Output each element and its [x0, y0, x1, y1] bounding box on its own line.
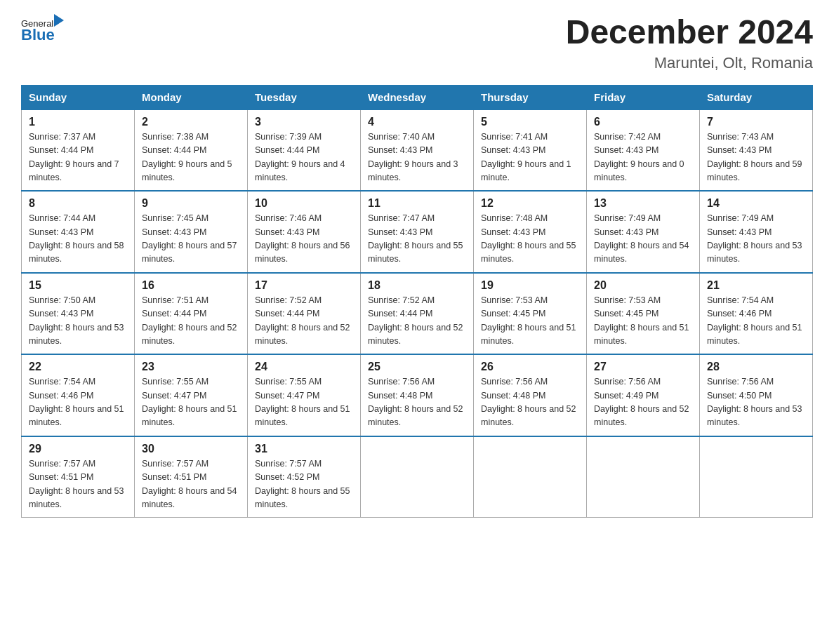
calendar-week-3: 15 Sunrise: 7:50 AMSunset: 4:43 PMDaylig…: [22, 273, 813, 355]
day-info: Sunrise: 7:48 AMSunset: 4:43 PMDaylight:…: [481, 213, 576, 264]
table-row: [587, 436, 700, 518]
day-info: Sunrise: 7:51 AMSunset: 4:44 PMDaylight:…: [142, 295, 237, 346]
table-row: 24 Sunrise: 7:55 AMSunset: 4:47 PMDaylig…: [248, 354, 361, 436]
day-info: Sunrise: 7:39 AMSunset: 4:44 PMDaylight:…: [255, 132, 345, 182]
day-number: 28: [707, 361, 805, 373]
day-info: Sunrise: 7:56 AMSunset: 4:49 PMDaylight:…: [594, 377, 689, 427]
day-info: Sunrise: 7:55 AMSunset: 4:47 PMDaylight:…: [255, 377, 350, 427]
day-number: 30: [142, 443, 240, 455]
day-number: 15: [29, 279, 127, 292]
table-row: 2 Sunrise: 7:38 AMSunset: 4:44 PMDayligh…: [135, 109, 248, 192]
table-row: 16 Sunrise: 7:51 AMSunset: 4:44 PMDaylig…: [135, 273, 248, 355]
day-info: Sunrise: 7:55 AMSunset: 4:47 PMDaylight:…: [142, 377, 237, 427]
day-info: Sunrise: 7:56 AMSunset: 4:48 PMDaylight:…: [368, 377, 463, 427]
col-tuesday: Tuesday: [248, 85, 361, 109]
day-info: Sunrise: 7:50 AMSunset: 4:43 PMDaylight:…: [29, 295, 124, 346]
table-row: 13 Sunrise: 7:49 AMSunset: 4:43 PMDaylig…: [587, 191, 700, 273]
day-number: 16: [142, 279, 240, 292]
day-info: Sunrise: 7:49 AMSunset: 4:43 PMDaylight:…: [707, 213, 802, 264]
table-row: 12 Sunrise: 7:48 AMSunset: 4:43 PMDaylig…: [474, 191, 587, 273]
table-row: [474, 436, 587, 518]
day-number: 19: [481, 279, 579, 292]
day-info: Sunrise: 7:53 AMSunset: 4:45 PMDaylight:…: [594, 295, 689, 346]
table-row: 8 Sunrise: 7:44 AMSunset: 4:43 PMDayligh…: [22, 191, 135, 273]
day-info: Sunrise: 7:56 AMSunset: 4:48 PMDaylight:…: [481, 377, 576, 427]
day-number: 9: [142, 197, 240, 210]
table-row: 29 Sunrise: 7:57 AMSunset: 4:51 PMDaylig…: [22, 436, 135, 518]
day-info: Sunrise: 7:43 AMSunset: 4:43 PMDaylight:…: [707, 132, 802, 182]
day-number: 5: [481, 116, 579, 128]
day-info: Sunrise: 7:42 AMSunset: 4:43 PMDaylight:…: [594, 132, 684, 182]
day-number: 31: [255, 443, 353, 455]
table-row: 10 Sunrise: 7:46 AMSunset: 4:43 PMDaylig…: [248, 191, 361, 273]
table-row: 7 Sunrise: 7:43 AMSunset: 4:43 PMDayligh…: [700, 109, 813, 192]
title-area: December 2024 Maruntei, Olt, Romania: [566, 14, 813, 72]
day-info: Sunrise: 7:57 AMSunset: 4:51 PMDaylight:…: [29, 459, 124, 509]
month-title: December 2024: [566, 14, 813, 51]
table-row: 28 Sunrise: 7:56 AMSunset: 4:50 PMDaylig…: [700, 354, 813, 436]
day-number: 14: [707, 197, 805, 210]
calendar-table: Sunday Monday Tuesday Wednesday Thursday…: [21, 85, 813, 518]
logo-flag-icon: [54, 14, 64, 27]
day-number: 8: [29, 197, 127, 210]
day-number: 10: [255, 197, 353, 210]
day-info: Sunrise: 7:37 AMSunset: 4:44 PMDaylight:…: [29, 132, 119, 182]
col-saturday: Saturday: [700, 85, 813, 109]
calendar-header-row: Sunday Monday Tuesday Wednesday Thursday…: [22, 85, 813, 109]
location-subtitle: Maruntei, Olt, Romania: [566, 54, 813, 72]
day-info: Sunrise: 7:53 AMSunset: 4:45 PMDaylight:…: [481, 295, 576, 346]
table-row: 20 Sunrise: 7:53 AMSunset: 4:45 PMDaylig…: [587, 273, 700, 355]
calendar-week-2: 8 Sunrise: 7:44 AMSunset: 4:43 PMDayligh…: [22, 191, 813, 273]
logo-blue-text: Blue: [21, 26, 55, 43]
day-info: Sunrise: 7:54 AMSunset: 4:46 PMDaylight:…: [707, 295, 802, 346]
day-number: 4: [368, 116, 466, 128]
day-number: 25: [368, 361, 466, 373]
table-row: 31 Sunrise: 7:57 AMSunset: 4:52 PMDaylig…: [248, 436, 361, 518]
table-row: 6 Sunrise: 7:42 AMSunset: 4:43 PMDayligh…: [587, 109, 700, 192]
day-number: 23: [142, 361, 240, 373]
day-info: Sunrise: 7:40 AMSunset: 4:43 PMDaylight:…: [368, 132, 458, 182]
table-row: 18 Sunrise: 7:52 AMSunset: 4:44 PMDaylig…: [361, 273, 474, 355]
day-number: 2: [142, 116, 240, 128]
day-number: 3: [255, 116, 353, 128]
table-row: 9 Sunrise: 7:45 AMSunset: 4:43 PMDayligh…: [135, 191, 248, 273]
table-row: 25 Sunrise: 7:56 AMSunset: 4:48 PMDaylig…: [361, 354, 474, 436]
table-row: 11 Sunrise: 7:47 AMSunset: 4:43 PMDaylig…: [361, 191, 474, 273]
day-number: 6: [594, 116, 692, 128]
day-number: 22: [29, 361, 127, 373]
day-info: Sunrise: 7:47 AMSunset: 4:43 PMDaylight:…: [368, 213, 463, 264]
day-info: Sunrise: 7:52 AMSunset: 4:44 PMDaylight:…: [255, 295, 350, 346]
day-info: Sunrise: 7:56 AMSunset: 4:50 PMDaylight:…: [707, 377, 802, 427]
table-row: 19 Sunrise: 7:53 AMSunset: 4:45 PMDaylig…: [474, 273, 587, 355]
day-number: 18: [368, 279, 466, 292]
table-row: 4 Sunrise: 7:40 AMSunset: 4:43 PMDayligh…: [361, 109, 474, 192]
col-monday: Monday: [135, 85, 248, 109]
col-sunday: Sunday: [22, 85, 135, 109]
day-info: Sunrise: 7:44 AMSunset: 4:43 PMDaylight:…: [29, 213, 124, 264]
day-number: 12: [481, 197, 579, 210]
day-number: 20: [594, 279, 692, 292]
day-info: Sunrise: 7:52 AMSunset: 4:44 PMDaylight:…: [368, 295, 463, 346]
table-row: [361, 436, 474, 518]
day-info: Sunrise: 7:49 AMSunset: 4:43 PMDaylight:…: [594, 213, 689, 264]
day-number: 26: [481, 361, 579, 373]
day-number: 17: [255, 279, 353, 292]
table-row: 22 Sunrise: 7:54 AMSunset: 4:46 PMDaylig…: [22, 354, 135, 436]
col-friday: Friday: [587, 85, 700, 109]
day-info: Sunrise: 7:41 AMSunset: 4:43 PMDaylight:…: [481, 132, 571, 182]
day-number: 1: [29, 116, 127, 128]
table-row: 30 Sunrise: 7:57 AMSunset: 4:51 PMDaylig…: [135, 436, 248, 518]
table-row: 17 Sunrise: 7:52 AMSunset: 4:44 PMDaylig…: [248, 273, 361, 355]
col-thursday: Thursday: [474, 85, 587, 109]
table-row: 23 Sunrise: 7:55 AMSunset: 4:47 PMDaylig…: [135, 354, 248, 436]
table-row: 1 Sunrise: 7:37 AMSunset: 4:44 PMDayligh…: [22, 109, 135, 192]
day-info: Sunrise: 7:54 AMSunset: 4:46 PMDaylight:…: [29, 377, 124, 427]
day-number: 29: [29, 443, 127, 455]
day-number: 7: [707, 116, 805, 128]
table-row: 26 Sunrise: 7:56 AMSunset: 4:48 PMDaylig…: [474, 354, 587, 436]
table-row: [700, 436, 813, 518]
logo-area: General Blue: [21, 14, 65, 44]
table-row: 15 Sunrise: 7:50 AMSunset: 4:43 PMDaylig…: [22, 273, 135, 355]
day-info: Sunrise: 7:45 AMSunset: 4:43 PMDaylight:…: [142, 213, 237, 264]
page-header: General Blue December 2024 Maruntei, Olt…: [21, 14, 813, 72]
